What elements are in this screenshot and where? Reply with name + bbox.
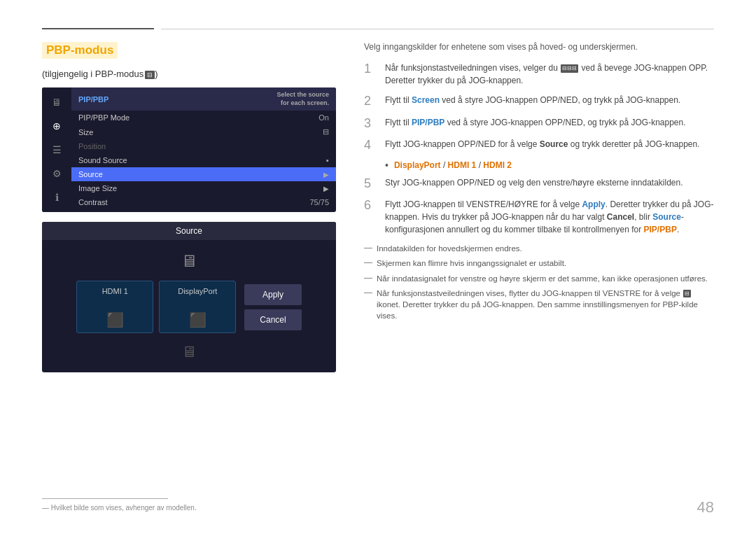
cancel-button[interactable]: Cancel (244, 309, 301, 330)
menu-item-sound-source[interactable]: Sound Source ▪ (71, 153, 336, 167)
menu-item-image-size[interactable]: Image Size ▶ (71, 181, 336, 195)
menu-item-source[interactable]: Source ▶ (71, 167, 336, 181)
screen-box-hdmi1[interactable]: HDMI 1 ⬛ (76, 281, 153, 333)
sidebar-icon-settings: ⚙ (48, 164, 66, 183)
sidebar-icon-info: ℹ (48, 188, 66, 206)
step-4: 4 Flytt JOG-knappen OPP/NED for å velge … (364, 138, 714, 153)
menu-content: PIP/PBP Select the source for each scree… (71, 87, 336, 212)
page-title: PBP-modus (42, 42, 118, 59)
intro-text: Velg inngangskilder for enhetene som vis… (364, 42, 714, 52)
sidebar-icon-list: ☰ (48, 141, 66, 159)
top-decorative-lines (42, 28, 714, 29)
sidebar-icon-display: 🖥 (48, 93, 66, 111)
monitor-stand-area: 🖥 (181, 343, 197, 361)
steps-list: 1 Når funksjonstastveiledningen vises, v… (364, 62, 714, 236)
footnote-text: — Hvilket bilde som vises, avhenger av m… (42, 504, 197, 512)
source-panel-header: Source (42, 222, 336, 240)
displayport-icon: ⬛ (189, 311, 206, 328)
screen-label-hdmi1: HDMI 1 (102, 287, 128, 295)
screen-label-displayport: DisplayPort (178, 287, 217, 295)
note-2: ― Skjermen kan flimre hvis inngangssigna… (364, 258, 714, 269)
page-number: 48 (697, 498, 714, 517)
apply-button[interactable]: Apply (244, 284, 301, 305)
jog-icon-note: ⊟ (683, 290, 691, 297)
menu-sidebar: 🖥 ⊕ ☰ ⚙ ℹ (42, 87, 71, 212)
subtitle: (tilgjengelig i PBP-modus⊟) (42, 69, 336, 79)
monitor-stand-icon: 🖥 (181, 343, 197, 361)
jog-icon-1: ⊟⊟⊟ (561, 64, 578, 73)
source-panel-body: 🖥 HDMI 1 ⬛ DisplayPort ⬛ Apply (42, 240, 336, 372)
note-1: ― Inndatakilden for hovedskjermen endres… (364, 243, 714, 254)
bullet-displayport-hdmi: • DisplayPort / HDMI 1 / HDMI 2 (385, 160, 714, 171)
source-panel: Source 🖥 HDMI 1 ⬛ DisplayPort (42, 222, 336, 372)
menu-header: PIP/PBP Select the source for each scree… (71, 87, 336, 111)
menu-header-note: Select the source for each screen. (276, 91, 329, 107)
monitor-top-icon: 🖥 (181, 251, 197, 271)
menu-item-position: Position (71, 139, 336, 153)
step-3: 3 Flytt til PIP/PBP ved å styre JOG-knap… (364, 116, 714, 132)
sidebar-icon-adjust: ⊕ (48, 117, 66, 135)
pip-pbp-menu: 🖥 ⊕ ☰ ⚙ ℹ PIP/PBP Select the source for … (42, 87, 336, 212)
menu-item-contrast[interactable]: Contrast 75/75 (71, 195, 336, 209)
size-icon: ⊟ (145, 71, 155, 79)
screen-box-displayport[interactable]: DisplayPort ⬛ (159, 281, 236, 333)
hdmi1-icon: ⬛ (106, 311, 124, 328)
step-5: 5 Styr JOG-knappen OPP/NED og velg den v… (364, 176, 714, 192)
menu-item-pip-pbp-mode[interactable]: PIP/PBP Mode On (71, 111, 336, 125)
monitor-icon-top-area: 🖥 (181, 251, 197, 271)
source-screens-row: HDMI 1 ⬛ DisplayPort ⬛ Apply Cancel (50, 281, 328, 333)
source-buttons: Apply Cancel (244, 284, 301, 330)
step-1: 1 Når funksjonstastveiledningen vises, v… (364, 62, 714, 87)
menu-item-size[interactable]: Size ⊟ (71, 125, 336, 139)
notes-section: ― Inndatakilden for hovedskjermen endres… (364, 243, 714, 321)
step-2: 2 Flytt til Screen ved å styre JOG-knapp… (364, 94, 714, 109)
footnote-line (42, 498, 168, 499)
step-6: 6 Flytt JOG-knappen til VENSTRE/HØYRE fo… (364, 198, 714, 236)
note-3: ― Når inndatasignalet for venstre og høy… (364, 273, 714, 284)
note-4: ― Når funksjonstastveiledningen vises, f… (364, 288, 714, 321)
